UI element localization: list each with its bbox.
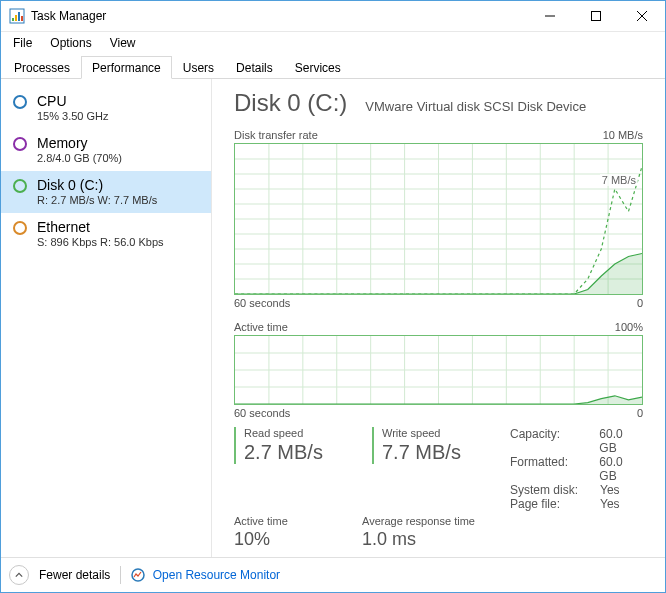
axis-left: 60 seconds <box>234 297 290 309</box>
axis-right: 0 <box>637 407 643 419</box>
sidebar-item-cpu[interactable]: CPU 15% 3.50 GHz <box>1 87 211 129</box>
maximize-button[interactable] <box>573 1 619 31</box>
sidebar-item-title: Disk 0 (C:) <box>37 177 157 193</box>
tab-performance[interactable]: Performance <box>81 56 172 79</box>
ethernet-icon <box>13 221 27 235</box>
task-manager-window: Task Manager File Options View Processes… <box>0 0 666 593</box>
sidebar-item-title: Memory <box>37 135 122 151</box>
device-name: VMware Virtual disk SCSI Disk Device <box>365 99 586 114</box>
separator <box>120 566 121 584</box>
main-panel: Disk 0 (C:) VMware Virtual disk SCSI Dis… <box>212 79 665 557</box>
performance-sidebar: CPU 15% 3.50 GHz Memory 2.8/4.0 GB (70%)… <box>1 79 212 557</box>
svg-rect-1 <box>12 18 14 21</box>
transfer-rate-label: Disk transfer rate <box>234 129 318 141</box>
window-title: Task Manager <box>31 9 106 23</box>
sidebar-item-sub: S: 896 Kbps R: 56.0 Kbps <box>37 235 164 249</box>
page-title: Disk 0 (C:) <box>234 89 347 117</box>
sidebar-item-sub: 2.8/4.0 GB (70%) <box>37 151 122 165</box>
tab-services[interactable]: Services <box>284 56 352 78</box>
tab-users[interactable]: Users <box>172 56 225 78</box>
resource-monitor-icon <box>131 568 145 582</box>
metric-response-time: Average response time 1.0 ms <box>362 515 502 550</box>
active-time-label: Active time <box>234 321 288 333</box>
sidebar-item-sub: R: 2.7 MB/s W: 7.7 MB/s <box>37 193 157 207</box>
open-resource-monitor-link[interactable]: Open Resource Monitor <box>131 568 280 583</box>
disk-icon <box>13 179 27 193</box>
tab-details[interactable]: Details <box>225 56 284 78</box>
svg-rect-3 <box>18 12 20 21</box>
axis-right: 0 <box>637 297 643 309</box>
memory-icon <box>13 137 27 151</box>
menu-options[interactable]: Options <box>42 34 99 52</box>
metric-read-speed: Read speed 2.7 MB/s <box>234 427 344 464</box>
menu-file[interactable]: File <box>5 34 40 52</box>
sidebar-item-title: Ethernet <box>37 219 164 235</box>
close-button[interactable] <box>619 1 665 31</box>
chevron-up-icon[interactable] <box>9 565 29 585</box>
footer: Fewer details Open Resource Monitor <box>1 557 665 592</box>
svg-rect-4 <box>21 16 23 21</box>
menu-view[interactable]: View <box>102 34 144 52</box>
sidebar-item-disk[interactable]: Disk 0 (C:) R: 2.7 MB/s W: 7.7 MB/s <box>1 171 211 213</box>
app-icon <box>9 8 25 24</box>
transfer-rate-chart[interactable]: 7 MB/s <box>234 143 643 295</box>
svg-rect-6 <box>592 12 601 21</box>
svg-rect-2 <box>15 15 17 21</box>
cpu-icon <box>13 95 27 109</box>
sidebar-item-memory[interactable]: Memory 2.8/4.0 GB (70%) <box>1 129 211 171</box>
metric-write-speed: Write speed 7.7 MB/s <box>372 427 482 464</box>
tab-processes[interactable]: Processes <box>3 56 81 78</box>
minimize-button[interactable] <box>527 1 573 31</box>
titlebar[interactable]: Task Manager <box>1 1 665 32</box>
sidebar-item-title: CPU <box>37 93 109 109</box>
sidebar-item-sub: 15% 3.50 GHz <box>37 109 109 123</box>
transfer-rate-ymax: 10 MB/s <box>603 129 643 141</box>
menubar: File Options View <box>1 32 665 54</box>
active-time-chart[interactable] <box>234 335 643 405</box>
metric-active-time: Active time 10% <box>234 515 334 550</box>
active-time-ymax: 100% <box>615 321 643 333</box>
disk-properties: Capacity:60.0 GB Formatted:60.0 GB Syste… <box>510 427 643 511</box>
fewer-details-link[interactable]: Fewer details <box>39 568 110 582</box>
axis-left: 60 seconds <box>234 407 290 419</box>
sidebar-item-ethernet[interactable]: Ethernet S: 896 Kbps R: 56.0 Kbps <box>1 213 211 255</box>
transfer-marker-label: 7 MB/s <box>600 174 638 186</box>
tabstrip: Processes Performance Users Details Serv… <box>1 54 665 79</box>
